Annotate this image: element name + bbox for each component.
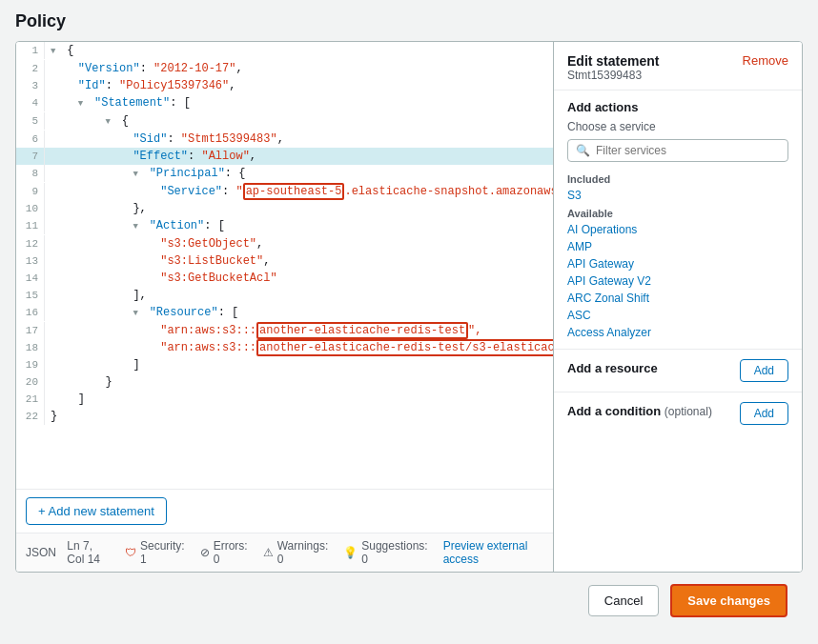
code-line-10: 10 }, xyxy=(16,200,553,217)
line-content-20: } xyxy=(49,373,553,391)
line-content-3: "Id": "Policy15397346", xyxy=(49,77,553,94)
line-num-6: 6 xyxy=(16,131,45,148)
bottom-bar: Cancel Save changes xyxy=(15,573,803,629)
add-condition-button[interactable]: Add xyxy=(740,402,788,425)
code-line-8: 8 ▼ "Principal": { xyxy=(16,165,553,183)
included-label: Included xyxy=(567,173,788,185)
line-content-6: "Sid": "Stmt15399483", xyxy=(49,131,553,148)
line-num-17: 17 xyxy=(16,322,45,339)
code-line-7: 7 "Effect": "Allow", xyxy=(16,148,553,165)
format-indicator: JSON Ln 7, Col 14 xyxy=(26,539,110,566)
optional-label: (optional) xyxy=(665,405,712,418)
line-num-1: 1 xyxy=(16,42,45,59)
code-line-22: 22 } xyxy=(16,408,553,425)
line-num-8: 8 xyxy=(16,165,45,182)
fold-icon-11[interactable]: ▼ xyxy=(133,218,142,235)
line-content-21: ] xyxy=(49,391,553,408)
line-content-19: ] xyxy=(49,356,553,373)
line-content-14: "s3:GetBucketAcl" xyxy=(49,270,553,287)
code-line-21: 21 ] xyxy=(16,391,553,408)
line-num-11: 11 xyxy=(16,217,45,234)
warning-icon: ⚠ xyxy=(263,546,274,559)
errors-label: Errors: 0 xyxy=(214,539,248,566)
add-actions-label: Add actions xyxy=(567,100,788,114)
line-content-1: ▼ { xyxy=(49,42,553,60)
search-icon: 🔍 xyxy=(576,144,590,157)
line-num-10: 10 xyxy=(16,200,45,217)
line-num-12: 12 xyxy=(16,235,45,252)
service-item-api-gateway-v2[interactable]: API Gateway V2 xyxy=(567,272,788,290)
line-num-16: 16 xyxy=(16,304,45,321)
code-line-6: 6 "Sid": "Stmt15399483", xyxy=(16,131,553,148)
code-line-18: 18 "arn:aws:s3:::another-elasticache-red… xyxy=(16,339,553,356)
position-label: Ln 7, Col 14 xyxy=(67,539,110,566)
condition-header: Add a condition (optional) Add xyxy=(567,402,788,425)
line-content-5: ▼ { xyxy=(49,112,553,131)
line-content-15: ], xyxy=(49,287,553,304)
line-num-18: 18 xyxy=(16,339,45,356)
cancel-button[interactable]: Cancel xyxy=(588,585,659,616)
add-resource-button[interactable]: Add xyxy=(740,359,788,382)
code-line-15: 15 ], xyxy=(16,287,553,304)
code-line-1: 1 ▼ { xyxy=(16,42,553,60)
add-condition-label: Add a condition (optional) xyxy=(567,404,712,418)
code-line-5: 5 ▼ { xyxy=(16,112,553,131)
format-label: JSON xyxy=(26,546,56,559)
service-item-api-gateway[interactable]: API Gateway xyxy=(567,255,788,272)
stmt-id: Stmt15399483 xyxy=(567,69,659,82)
code-line-11: 11 ▼ "Action": [ xyxy=(16,217,553,235)
fold-icon-5[interactable]: ▼ xyxy=(106,113,115,131)
code-line-3: 3 "Id": "Policy15397346", xyxy=(16,77,553,94)
line-num-4: 4 xyxy=(16,94,45,111)
code-line-9: 9 "Service": "ap-southeast-5.elasticache… xyxy=(16,183,553,200)
code-editor[interactable]: 1 ▼ { 2 "Version": "2012-10-17", 3 "Id":… xyxy=(16,42,553,489)
arn1-highlight-box: another-elasticache-redis-test xyxy=(256,322,468,339)
line-num-9: 9 xyxy=(16,183,45,200)
errors-status: ⊘ Errors: 0 xyxy=(200,539,248,566)
preview-external-access-link[interactable]: Preview external access xyxy=(443,539,543,566)
service-item-arc-zonal-shift[interactable]: ARC Zonal Shift xyxy=(567,290,788,307)
service-item-s3[interactable]: S3 xyxy=(567,187,788,204)
error-icon: ⊘ xyxy=(200,546,210,559)
line-content-8: ▼ "Principal": { xyxy=(49,165,553,183)
line-content-11: ▼ "Action": [ xyxy=(49,217,553,235)
line-num-13: 13 xyxy=(16,252,45,270)
filter-services-input[interactable] xyxy=(596,144,780,157)
code-line-4: 4 ▼ "Statement": [ xyxy=(16,94,553,112)
line-content-13: "s3:ListBucket", xyxy=(49,252,553,270)
code-line-20: 20 } xyxy=(16,373,553,391)
save-changes-button[interactable]: Save changes xyxy=(670,584,787,617)
add-actions-section: Add actions Choose a service 🔍 Included … xyxy=(554,91,802,350)
line-num-3: 3 xyxy=(16,77,45,94)
line-content-7: "Effect": "Allow", xyxy=(49,148,553,165)
line-content-4: ▼ "Statement": [ xyxy=(49,94,553,112)
add-statement-button[interactable]: + Add new statement xyxy=(26,497,167,525)
remove-button[interactable]: Remove xyxy=(743,53,788,68)
line-num-7: 7 xyxy=(16,148,45,165)
line-num-2: 2 xyxy=(16,60,45,77)
line-num-19: 19 xyxy=(16,356,45,373)
fold-icon-4[interactable]: ▼ xyxy=(78,95,88,112)
line-content-12: "s3:GetObject", xyxy=(49,235,553,252)
code-line-19: 19 ] xyxy=(16,356,553,373)
edit-header: Edit statement Stmt15399483 Remove xyxy=(554,42,802,91)
code-line-2: 2 "Version": "2012-10-17", xyxy=(16,60,553,77)
service-item-amp[interactable]: AMP xyxy=(567,238,788,255)
fold-icon-1[interactable]: ▼ xyxy=(51,43,60,60)
suggestions-status: 💡 Suggestions: 0 xyxy=(343,539,427,566)
code-line-12: 12 "s3:GetObject", xyxy=(16,235,553,252)
line-content-22: } xyxy=(49,408,553,425)
service-item-ai-operations[interactable]: AI Operations xyxy=(567,221,788,238)
arn2-highlight-box: another-elasticache-redis-test/s3-elasti… xyxy=(256,339,553,356)
service-list: Included S3 Available AI Operations AMP … xyxy=(567,170,788,341)
fold-icon-8[interactable]: ▼ xyxy=(133,166,142,183)
add-resource-section: Add a resource Add xyxy=(554,350,802,392)
service-search-box: 🔍 xyxy=(567,139,788,162)
line-num-22: 22 xyxy=(16,408,45,425)
edit-panel: Edit statement Stmt15399483 Remove Add a… xyxy=(554,42,802,572)
service-item-asc[interactable]: ASC xyxy=(567,307,788,324)
resource-header: Add a resource Add xyxy=(567,359,788,382)
fold-icon-16[interactable]: ▼ xyxy=(133,305,142,322)
service-item-access-analyzer[interactable]: Access Analyzer xyxy=(567,324,788,341)
status-bar: JSON Ln 7, Col 14 🛡 Security: 1 ⊘ Errors… xyxy=(16,533,553,572)
